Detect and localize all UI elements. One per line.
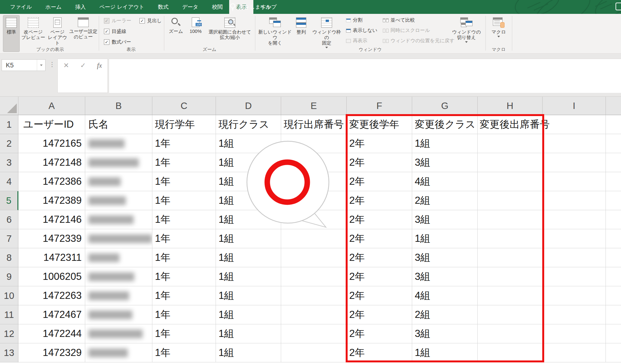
cell-current-class[interactable]: 1組	[216, 153, 281, 172]
row-header[interactable]: 9	[0, 267, 18, 286]
cell-empty[interactable]	[543, 286, 606, 305]
tab-home[interactable]: ホーム	[39, 0, 68, 14]
cell-new-class[interactable]: 1組	[412, 134, 478, 153]
cell-empty[interactable]	[606, 191, 621, 210]
custom-views-button[interactable]: ユーザー設定 のビュー	[68, 15, 98, 52]
cell-current-grade[interactable]: 1年	[152, 305, 216, 324]
cell-current-grade[interactable]: 1年	[152, 267, 216, 286]
cell-new-class[interactable]: 2組	[412, 305, 478, 324]
cell-empty[interactable]	[543, 153, 606, 172]
cell-current-number[interactable]	[281, 134, 347, 153]
cancel-icon[interactable]: ✕	[63, 62, 69, 69]
headings-checkbox[interactable]: 見出し	[139, 18, 162, 24]
cell-new-grade[interactable]: 2年	[347, 286, 412, 305]
cell-empty[interactable]	[543, 305, 606, 324]
cell-current-number[interactable]	[281, 210, 347, 229]
cell-new-grade[interactable]: 2年	[347, 343, 412, 362]
cell-current-number[interactable]	[281, 229, 347, 248]
cell-new-number[interactable]	[478, 305, 543, 324]
share-icon[interactable]	[616, 3, 621, 10]
cell-user-id[interactable]: 1472386	[18, 172, 85, 191]
switch-windows-button[interactable]: ウィンドウの 切り替え	[451, 15, 482, 52]
cell-current-grade[interactable]: 1年	[152, 324, 216, 343]
cell-name-blurred[interactable]	[85, 134, 152, 153]
cell-new-class[interactable]: 3組	[412, 248, 478, 267]
cell-user-id[interactable]: 1472339	[18, 229, 85, 248]
cell-current-grade[interactable]: 1年	[152, 229, 216, 248]
cell-empty[interactable]	[543, 191, 606, 210]
cell-current-number[interactable]	[281, 153, 347, 172]
cell-current-class[interactable]: 1組	[216, 172, 281, 191]
insert-function-icon[interactable]: fx	[97, 62, 102, 70]
cell-current-number[interactable]	[281, 343, 347, 362]
cell-user-id[interactable]: 1472148	[18, 153, 85, 172]
page-layout-view-button[interactable]: ページ レイアウト	[47, 15, 68, 52]
cell-new-class[interactable]: 3組	[412, 153, 478, 172]
row-header[interactable]: 3	[0, 153, 18, 172]
new-window-button[interactable]: 新しいウィンドウ を開く	[258, 15, 292, 52]
cell-empty[interactable]	[606, 305, 621, 324]
cell-name-blurred[interactable]	[85, 343, 152, 362]
split-button[interactable]: 分割	[346, 17, 362, 23]
cell-current-grade[interactable]: 1年	[152, 286, 216, 305]
cell-empty[interactable]	[543, 172, 606, 191]
synchronous-scrolling-button[interactable]: 同時にスクロール	[383, 27, 430, 34]
cell-empty[interactable]	[606, 229, 621, 248]
cell-new-grade[interactable]: 2年	[347, 324, 412, 343]
cell-empty[interactable]	[543, 210, 606, 229]
cell-current-class[interactable]: 1組	[216, 248, 281, 267]
cell-empty[interactable]	[606, 153, 621, 172]
cell-current-number[interactable]	[281, 305, 347, 324]
column-header-D[interactable]: D	[216, 97, 281, 115]
cell-new-grade[interactable]: 2年	[347, 172, 412, 191]
row-header[interactable]: 1	[0, 115, 18, 134]
cell-new-number[interactable]	[478, 153, 543, 172]
cell-H1[interactable]: 変更後出席番号	[478, 115, 543, 134]
cell-name-blurred[interactable]	[85, 229, 152, 248]
cell-current-grade[interactable]: 1年	[152, 210, 216, 229]
column-header-E[interactable]: E	[281, 97, 347, 115]
row-header[interactable]: 8	[0, 248, 18, 267]
cell-name-blurred[interactable]	[85, 324, 152, 343]
row-header[interactable]: 6	[0, 210, 18, 229]
cell-empty[interactable]	[543, 248, 606, 267]
cell-empty[interactable]	[606, 172, 621, 191]
cell-F1[interactable]: 変更後学年	[347, 115, 412, 134]
column-header-G[interactable]: G	[412, 97, 478, 115]
zoom-to-selection-button[interactable]: 選択範囲に合わせて 拡大/縮小	[206, 15, 254, 52]
cell-empty[interactable]	[606, 248, 621, 267]
cell-name-blurred[interactable]	[85, 172, 152, 191]
column-header-H[interactable]: H	[478, 97, 543, 115]
column-header-I[interactable]: I	[543, 97, 606, 115]
cell-A1[interactable]: ユーザーID	[18, 115, 85, 134]
ruler-checkbox[interactable]: ルーラー	[104, 18, 131, 24]
formula-bar-drag-handle[interactable]: ⋮	[49, 61, 55, 68]
select-all-corner[interactable]	[0, 97, 18, 115]
cell-current-number[interactable]	[281, 286, 347, 305]
enter-icon[interactable]: ✓	[80, 62, 86, 69]
cell-current-class[interactable]: 1組	[216, 267, 281, 286]
cell-current-grade[interactable]: 1年	[152, 172, 216, 191]
macros-button[interactable]: マクロ	[488, 15, 509, 52]
tab-insert[interactable]: 挿入	[68, 0, 93, 14]
cell-user-id[interactable]: 1472146	[18, 210, 85, 229]
view-side-by-side-button[interactable]: 並べて比較	[383, 17, 415, 23]
cell-new-class[interactable]: 1組	[412, 343, 478, 362]
cell-empty[interactable]	[606, 343, 621, 362]
cell-new-grade[interactable]: 2年	[347, 305, 412, 324]
cell-current-grade[interactable]: 1年	[152, 153, 216, 172]
cell-new-number[interactable]	[478, 229, 543, 248]
cell-new-class[interactable]: 4組	[412, 172, 478, 191]
cell-new-number[interactable]	[478, 267, 543, 286]
cell-current-class[interactable]: 1組	[216, 343, 281, 362]
cell-name-blurred[interactable]	[85, 286, 152, 305]
cell-new-grade[interactable]: 2年	[347, 267, 412, 286]
cell-name-blurred[interactable]	[85, 191, 152, 210]
cell-current-class[interactable]: 1組	[216, 305, 281, 324]
cell-current-grade[interactable]: 1年	[152, 343, 216, 362]
tell-me-search[interactable]: 何をしますか	[230, 0, 271, 14]
cell-new-grade[interactable]: 2年	[347, 248, 412, 267]
row-header[interactable]: 10	[0, 286, 18, 305]
row-header[interactable]: 4	[0, 172, 18, 191]
column-header-partial[interactable]	[606, 97, 621, 115]
